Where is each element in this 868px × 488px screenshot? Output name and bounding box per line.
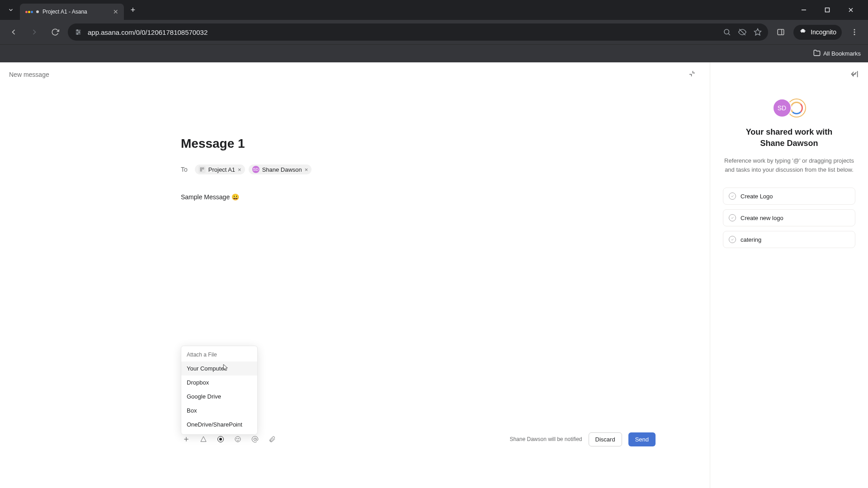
new-message-label: New message	[9, 71, 49, 78]
svg-point-26	[236, 438, 237, 439]
incognito-badge[interactable]: Incognito	[793, 25, 842, 40]
asana-favicon	[25, 8, 33, 15]
attach-icon[interactable]	[267, 434, 278, 445]
task-item[interactable]: Create Logo	[723, 188, 855, 205]
to-row: To Project A1 × SD Shane Dawson ×	[181, 164, 656, 174]
message-body[interactable]: Sample Message 😀	[181, 193, 656, 201]
svg-rect-20	[200, 168, 202, 169]
svg-point-27	[238, 438, 239, 439]
mention-icon[interactable]	[250, 434, 260, 445]
tab-search-dropdown[interactable]	[4, 3, 18, 17]
user-avatar-icon: SD	[252, 166, 259, 173]
compose-toolbar: Shane Dawson will be notified Discard Se…	[181, 430, 656, 448]
new-tab-button[interactable]: +	[127, 4, 139, 16]
task-item[interactable]: catering	[723, 231, 855, 248]
forward-button[interactable]	[26, 24, 42, 40]
remove-chip-icon[interactable]: ×	[305, 166, 308, 173]
attach-option-your-computer[interactable]: Your Computer	[181, 361, 257, 375]
eye-blocked-icon[interactable]	[738, 28, 746, 36]
tab-title: Project A1 - Asana	[42, 9, 109, 15]
svg-rect-14	[778, 29, 784, 35]
to-label: To	[181, 166, 188, 173]
svg-point-25	[235, 436, 241, 442]
svg-point-16	[854, 29, 855, 30]
svg-marker-13	[755, 29, 761, 35]
task-item[interactable]: Create new logo	[723, 209, 855, 226]
shared-work-description: Reference work by typing '@' or dragging…	[723, 156, 855, 174]
task-check-icon[interactable]	[729, 236, 736, 243]
svg-rect-22	[200, 170, 202, 171]
project-icon	[198, 166, 206, 173]
tab-strip: Project A1 - Asana ✕ +	[0, 0, 868, 20]
task-check-icon[interactable]	[729, 214, 736, 221]
shared-work-title: Your shared work with Shane Dawson	[723, 127, 855, 149]
app-content: New message Message 1 To Project A1 × SD…	[0, 62, 868, 488]
svg-line-11	[729, 33, 730, 35]
back-button[interactable]	[5, 24, 22, 40]
task-check-icon[interactable]	[729, 192, 736, 200]
chip-label: Shane Dawson	[262, 166, 302, 173]
attach-option-onedrive[interactable]: OneDrive/SharePoint	[181, 418, 257, 432]
task-label: catering	[741, 236, 761, 243]
folder-icon	[813, 49, 821, 58]
attach-file-menu: Attach a File Your Computer Dropbox Goog…	[181, 346, 258, 435]
incognito-label: Incognito	[811, 28, 836, 36]
task-label: Create Logo	[741, 193, 773, 200]
side-panel-icon[interactable]	[773, 24, 789, 40]
compose-area: Message 1 To Project A1 × SD Shane Dawso…	[181, 136, 656, 201]
record-icon[interactable]	[215, 434, 226, 445]
maximize-window-button[interactable]	[821, 4, 834, 16]
avatar-group: SD	[723, 99, 855, 117]
discard-button[interactable]: Discard	[589, 432, 622, 446]
incognito-icon	[799, 28, 807, 37]
svg-point-7	[77, 30, 78, 31]
bookmark-bar: All Bookmarks	[0, 44, 868, 62]
all-bookmarks-label: All Bookmarks	[823, 50, 861, 57]
chip-label: Project A1	[208, 166, 235, 173]
svg-point-8	[79, 32, 80, 33]
add-icon[interactable]	[181, 434, 192, 445]
all-bookmarks-button[interactable]: All Bookmarks	[813, 49, 861, 58]
bookmark-star-icon[interactable]	[754, 28, 762, 36]
svg-point-28	[254, 438, 256, 440]
site-settings-icon[interactable]	[74, 28, 82, 36]
attach-option-google-drive[interactable]: Google Drive	[181, 389, 257, 404]
recipient-chip-user[interactable]: SD Shane Dawson ×	[249, 164, 312, 174]
svg-rect-1	[826, 8, 830, 12]
notify-text: Shane Dawson will be notified	[509, 436, 582, 442]
recipient-chip-project[interactable]: Project A1 ×	[195, 164, 245, 174]
svg-point-9	[77, 33, 78, 35]
attach-option-box[interactable]: Box	[181, 404, 257, 418]
url-text: app.asana.com/0/0/1206178108570032	[88, 28, 717, 36]
attach-menu-title: Attach a File	[181, 349, 257, 361]
formatting-icon[interactable]	[198, 434, 209, 445]
svg-point-10	[724, 29, 729, 34]
minimize-window-button[interactable]	[797, 4, 810, 16]
browser-tab[interactable]: Project A1 - Asana ✕	[20, 4, 124, 20]
search-page-icon[interactable]	[723, 28, 731, 36]
remove-chip-icon[interactable]: ×	[238, 166, 241, 173]
avatar-shane: SD	[773, 99, 792, 117]
emoji-icon[interactable]	[232, 434, 243, 445]
svg-point-17	[854, 32, 855, 33]
collapse-icon[interactable]	[688, 70, 696, 80]
close-window-button[interactable]	[844, 4, 857, 16]
browser-menu-icon[interactable]	[846, 24, 863, 40]
task-label: Create new logo	[741, 215, 783, 221]
svg-point-18	[854, 34, 855, 35]
reload-button[interactable]	[47, 24, 63, 40]
unsaved-indicator-icon	[36, 10, 39, 13]
send-button[interactable]: Send	[628, 432, 656, 446]
close-tab-icon[interactable]: ✕	[113, 8, 118, 15]
address-bar[interactable]: app.asana.com/0/0/1206178108570032	[68, 23, 768, 41]
message-title[interactable]: Message 1	[181, 136, 656, 151]
browser-toolbar: app.asana.com/0/0/1206178108570032 Incog…	[0, 20, 868, 44]
window-controls	[797, 4, 864, 16]
svg-rect-21	[203, 168, 204, 169]
attach-option-dropbox[interactable]: Dropbox	[181, 375, 257, 389]
shared-work-panel: SD Your shared work with Shane Dawson Re…	[710, 62, 868, 488]
